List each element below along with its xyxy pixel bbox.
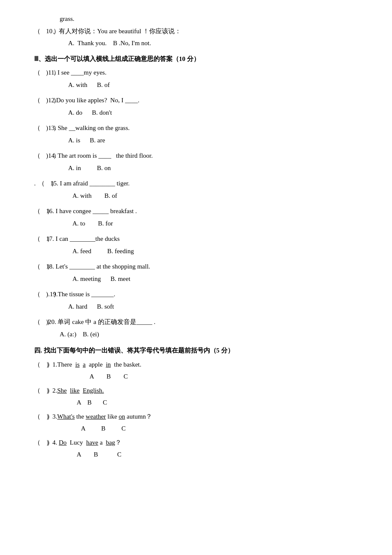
error-q2-underline-english: English.	[83, 387, 104, 394]
error-q4-underline-bag: bag	[106, 439, 115, 446]
question-17-block: （ ） 17. I can ________the ducks A. feed …	[34, 233, 366, 257]
error-q4-labels: A B C	[77, 448, 366, 461]
q18-options: A. meeting B. meet	[72, 273, 366, 285]
question-20-block: （ ） )20. 单词 cake 中 a 的正确发音是_____ . A. (a…	[34, 316, 366, 340]
q20-paren: （ ）	[34, 316, 46, 328]
question-16-block: （ ） 16. I have congee _____ breakfast . …	[34, 205, 366, 229]
q12-line: （ ） )12.Do you like apples? No, I ____.	[34, 94, 366, 107]
q10-text: 10、有人对你说：You are beautiful ！你应该说：	[46, 25, 366, 38]
error-q2-text: ）2.She like English.	[46, 384, 104, 397]
q16-options: A. to B. for	[72, 217, 366, 230]
q16-paren: （ ）	[34, 205, 46, 217]
grass-line: grass.	[34, 13, 366, 25]
question-18-block: （ ） 18. Let's ________ at the shopping m…	[34, 260, 366, 285]
q17-options: A. feed B. feeding	[72, 245, 366, 257]
q11-text: )11. I see ____my eyes.	[46, 66, 366, 79]
q14-paren: （ ）	[34, 150, 46, 162]
question-14-block: （ ） )14. The art room is ____ the third …	[34, 150, 366, 174]
error-q1-underline-is: is	[75, 361, 80, 368]
q11-line: （ ） )11. I see ____my eyes.	[34, 66, 366, 79]
error-q1-underline-in: in	[106, 361, 111, 368]
q20-line: （ ） )20. 单词 cake 中 a 的正确发音是_____ .	[34, 316, 366, 328]
q18-paren: （ ）	[34, 260, 46, 273]
q10-options: A. Thank you. B .No, I'm not.	[68, 37, 366, 49]
question-13-block: （ ） )13. She __walking on the grass. A. …	[34, 122, 366, 146]
question-12-block: （ ） )12.Do you like apples? No, I ____. …	[34, 94, 366, 119]
section4-label: 四. 找出下面每句中的一出错误、将其字母代号填在题前括号内（5 分）	[34, 347, 234, 354]
question-15-block: . （ ） 15. I am afraid ________ tiger. A.…	[34, 177, 366, 202]
q13-text: )13. She __walking on the grass.	[46, 122, 366, 134]
error-q1-text: ）1.There is a apple in the basket.	[46, 358, 141, 371]
error-q2-paren: （ ）	[34, 384, 46, 397]
error-q1-line: （ ） ）1.There is a apple in the basket.	[34, 358, 366, 371]
error-q4-block: （ ） ）4. Do Lucy have a bag？ A B C	[34, 436, 366, 461]
error-q4-line: （ ） ）4. Do Lucy have a bag？	[34, 436, 366, 449]
q10-paren: （ ）	[34, 25, 46, 38]
error-q1-underline-a: a	[83, 361, 86, 368]
q15-options: A. with B. of	[72, 190, 366, 202]
page-content: grass. （ ） 10、有人对你说：You are beautiful ！你…	[34, 13, 366, 461]
error-q3-underline-whats: What's	[57, 413, 75, 420]
error-q4-paren: （ ）	[34, 436, 46, 449]
q17-text: 17. I can ________the ducks	[46, 233, 366, 245]
q12-paren: （ ）	[34, 94, 46, 107]
error-q2-block: （ ） ）2.She like English. A B C	[34, 384, 366, 409]
error-q4-text: ）4. Do Lucy have a bag？	[46, 436, 121, 449]
question-11-block: （ ） )11. I see ____my eyes. A. with B. o…	[34, 66, 366, 91]
error-q3-labels: A B C	[81, 422, 366, 435]
q18-line: （ ） 18. Let's ________ at the shopping m…	[34, 260, 366, 273]
q12-options: A. do B. don't	[68, 107, 366, 119]
q10-line: （ ） 10、有人对你说：You are beautiful ！你应该说：	[34, 25, 366, 38]
q16-text: 16. I have congee _____ breakfast .	[46, 205, 366, 217]
error-q3-underline-on: on	[119, 413, 125, 420]
q14-options: A. in B. on	[68, 162, 366, 174]
error-q3-line: （ ） ）3.What's the weather like on autumn…	[34, 410, 366, 423]
error-q3-paren: （ ）	[34, 410, 46, 423]
q17-paren: （ ）	[34, 233, 46, 245]
error-q2-labels: A B C	[77, 396, 366, 409]
grass-text: grass.	[60, 13, 75, 25]
q13-line: （ ） )13. She __walking on the grass.	[34, 122, 366, 134]
error-q2-underline-she: She	[57, 387, 67, 394]
error-q4-underline-have: have	[86, 439, 98, 446]
q13-paren: （ ）	[34, 122, 46, 134]
error-q2-line: （ ） ）2.She like English.	[34, 384, 366, 397]
error-q1-paren: （ ）	[34, 358, 46, 371]
q19-line: （ ） ).19.The tissue is _______.	[34, 288, 366, 301]
error-q3-text: ）3.What's the weather like on autumn？	[46, 410, 152, 423]
q13-options: A. is B. are	[68, 134, 366, 147]
q19-options: A. hard B. soft	[68, 301, 366, 313]
q16-line: （ ） 16. I have congee _____ breakfast .	[34, 205, 366, 217]
q14-line: （ ） )14. The art room is ____ the third …	[34, 150, 366, 162]
q19-paren: （ ）	[34, 288, 46, 301]
q11-options: A. with B. of	[68, 79, 366, 91]
q14-text: )14. The art room is ____ the third floo…	[46, 150, 366, 162]
q15-dot: .	[34, 177, 38, 190]
error-q1-labels: A B C	[89, 370, 366, 383]
q18-text: 18. Let's ________ at the shopping mall.	[46, 260, 366, 273]
question-19-block: （ ） ).19.The tissue is _______. A. hard …	[34, 288, 366, 312]
error-q3-underline-weather: weather	[86, 413, 106, 420]
q11-paren: （ ）	[34, 66, 46, 79]
q20-options: A. (a:) B. (ei)	[60, 328, 366, 341]
section4-title: 四. 找出下面每句中的一出错误、将其字母代号填在题前括号内（5 分）	[34, 344, 366, 357]
q15-line: . （ ） 15. I am afraid ________ tiger.	[34, 177, 366, 190]
q19-text: ).19.The tissue is _______.	[46, 288, 366, 301]
q15-paren: （ ）	[38, 177, 50, 190]
error-q4-underline-do: Do	[59, 439, 66, 446]
error-q3-block: （ ） ）3.What's the weather like on autumn…	[34, 410, 366, 435]
error-q2-underline-like: like	[70, 387, 80, 394]
q20-text: )20. 单词 cake 中 a 的正确发音是_____ .	[46, 316, 366, 328]
q12-text: )12.Do you like apples? No, I ____.	[46, 94, 366, 107]
q17-line: （ ） 17. I can ________the ducks	[34, 233, 366, 245]
q15-text: 15. I am afraid ________ tiger.	[50, 177, 366, 190]
error-q1-block: （ ） ）1.There is a apple in the basket. A…	[34, 358, 366, 383]
section3-title: Ⅲ、选出一个可以填入横线上组成正确意思的答案（10 分）	[34, 53, 366, 65]
question-10-block: （ ） 10、有人对你说：You are beautiful ！你应该说： A.…	[34, 25, 366, 49]
